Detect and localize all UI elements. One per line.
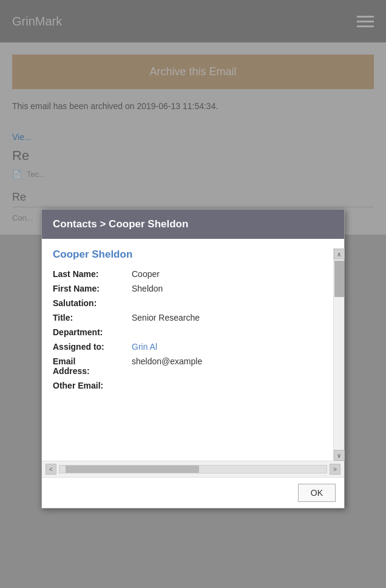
field-row-firstname: First Name: Sheldon xyxy=(53,284,320,293)
hscroll-track xyxy=(59,465,327,473)
field-row-department: Department: xyxy=(53,327,320,337)
modal-overlay: Contacts > Cooper Sheldon Cooper Sheldon… xyxy=(0,0,386,588)
field-row-other-email: Other Email: xyxy=(53,381,320,390)
field-value-lastname: Cooper xyxy=(132,269,160,279)
hscroll-left-button[interactable]: < xyxy=(46,464,56,475)
hscroll-right-button[interactable]: > xyxy=(330,464,340,475)
field-row-salutation: Salutation: xyxy=(53,298,320,308)
contact-name: Cooper Sheldon xyxy=(53,249,320,261)
field-value-email: sheldon@example xyxy=(132,356,202,366)
modal-header: Contacts > Cooper Sheldon xyxy=(42,210,344,239)
field-value-firstname: Sheldon xyxy=(132,284,163,293)
field-row-assigned: Assigned to: Grin Al xyxy=(53,342,320,352)
contact-modal: Contacts > Cooper Sheldon Cooper Sheldon… xyxy=(41,209,345,509)
scrollbar-up-button[interactable]: ∧ xyxy=(334,249,345,259)
modal-breadcrumb: Contacts > Cooper Sheldon xyxy=(53,218,188,230)
field-label-lastname: Last Name: xyxy=(53,269,132,279)
modal-footer: OK xyxy=(42,477,344,508)
field-label-salutation: Salutation: xyxy=(53,298,132,308)
field-label-firstname: First Name: xyxy=(53,284,132,293)
field-row-lastname: Last Name: Cooper xyxy=(53,269,320,279)
vertical-scrollbar: ∧ ∨ xyxy=(333,249,344,461)
scrollbar-thumb[interactable] xyxy=(334,261,344,297)
horizontal-scrollbar: < > xyxy=(42,461,344,477)
hscroll-thumb[interactable] xyxy=(66,466,199,473)
ok-button[interactable]: OK xyxy=(298,484,336,502)
field-label-other-email: Other Email: xyxy=(53,381,132,390)
field-value-assigned[interactable]: Grin Al xyxy=(132,342,157,352)
field-label-title: Title: xyxy=(53,313,132,322)
field-label-assigned: Assigned to: xyxy=(53,342,132,352)
modal-body: Cooper Sheldon Last Name: Cooper First N… xyxy=(42,239,344,477)
modal-scrollable-area: Cooper Sheldon Last Name: Cooper First N… xyxy=(42,249,333,461)
field-label-department: Department: xyxy=(53,327,132,337)
field-row-title: Title: Senior Researche xyxy=(53,313,320,322)
field-value-title: Senior Researche xyxy=(132,313,200,322)
field-row-email: EmailAddress: sheldon@example xyxy=(53,356,320,376)
scrollbar-down-button[interactable]: ∨ xyxy=(334,450,345,461)
field-label-email: EmailAddress: xyxy=(53,356,132,376)
